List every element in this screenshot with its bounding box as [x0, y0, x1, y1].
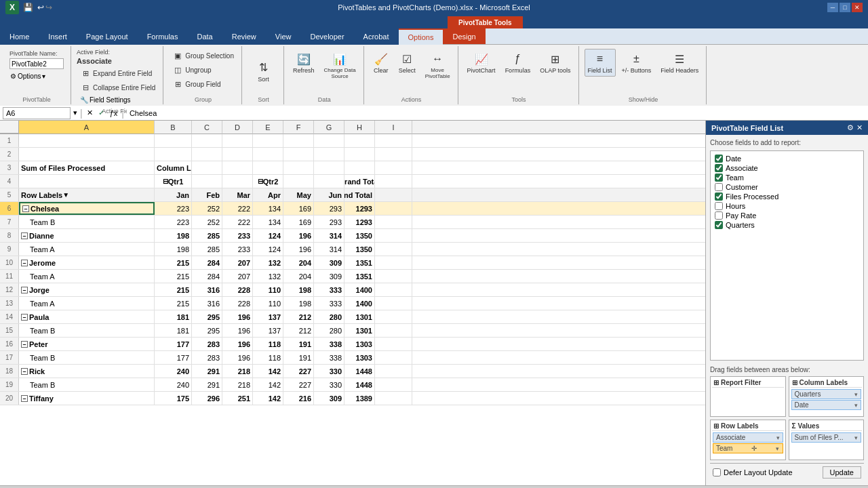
field-item-payrate[interactable]: Pay Rate: [713, 211, 861, 220]
cell-h7[interactable]: 1293: [344, 216, 375, 228]
cell-c12[interactable]: 316: [192, 283, 222, 296]
cell-a9[interactable]: Team A: [19, 243, 155, 256]
cell-i14[interactable]: [375, 310, 412, 323]
cell-h17[interactable]: 1303: [344, 351, 375, 364]
cell-b9[interactable]: 198: [155, 243, 192, 256]
cell-d8[interactable]: 233: [222, 229, 253, 242]
name-box[interactable]: [3, 107, 71, 119]
col-header-i[interactable]: I: [375, 121, 412, 134]
cell-a10[interactable]: –Jerome: [19, 256, 155, 269]
cell-f15[interactable]: 212: [283, 324, 314, 337]
cell-f14[interactable]: 212: [283, 310, 314, 323]
cell-i3[interactable]: [375, 161, 412, 174]
cell-f13[interactable]: 198: [283, 297, 314, 310]
field-checkbox-files[interactable]: [715, 192, 723, 201]
cell-a12[interactable]: –Jorge: [19, 283, 155, 296]
minimize-btn[interactable]: ─: [827, 3, 838, 12]
cell-a17[interactable]: Team B: [19, 351, 155, 364]
cell-a11[interactable]: Team A: [19, 270, 155, 283]
cell-h4[interactable]: Grand Total: [344, 175, 375, 188]
cell-g13[interactable]: 333: [314, 297, 344, 310]
cell-d3[interactable]: [222, 161, 253, 174]
cell-c16[interactable]: 283: [192, 338, 222, 350]
confirm-input-icon[interactable]: ✓: [98, 108, 104, 117]
cell-i13[interactable]: [375, 297, 412, 310]
olap-tools-btn[interactable]: ⊞ OLAP tools: [536, 49, 574, 77]
cell-g9[interactable]: 314: [314, 243, 344, 256]
cell-a18[interactable]: –Rick: [19, 365, 155, 378]
cell-i4[interactable]: [375, 175, 412, 188]
cell-g17[interactable]: 338: [314, 351, 344, 364]
field-item-customer[interactable]: Customer: [713, 182, 861, 192]
cell-b1[interactable]: [155, 134, 192, 147]
cell-e12[interactable]: 110: [253, 283, 283, 296]
cell-g2[interactable]: [314, 148, 344, 161]
cell-a15[interactable]: Team B: [19, 324, 155, 337]
tab-design[interactable]: Design: [443, 28, 485, 45]
cell-e19[interactable]: 142: [253, 378, 283, 391]
cell-b13[interactable]: 215: [155, 297, 192, 310]
change-data-source-btn[interactable]: 📊 Change DataSource: [321, 49, 359, 82]
field-item-hours[interactable]: Hours: [713, 201, 861, 211]
cell-e13[interactable]: 110: [253, 297, 283, 310]
cell-b11[interactable]: 215: [155, 270, 192, 283]
cell-g4[interactable]: [314, 175, 344, 188]
field-checkbox-payrate[interactable]: [715, 211, 723, 220]
cell-b8[interactable]: 198: [155, 229, 192, 242]
tab-developer[interactable]: Developer: [300, 28, 353, 45]
cell-f3[interactable]: [283, 161, 314, 174]
cell-f5[interactable]: May: [283, 188, 314, 201]
cell-d1[interactable]: [222, 134, 253, 147]
cell-i7[interactable]: [375, 216, 412, 228]
cell-d16[interactable]: 196: [222, 338, 253, 350]
cell-d12[interactable]: 228: [222, 283, 253, 296]
cell-h9[interactable]: 1350: [344, 243, 375, 256]
cell-c3[interactable]: [192, 161, 222, 174]
tab-acrobat[interactable]: Acrobat: [354, 28, 399, 45]
column-item-quarters[interactable]: Quarters ▾: [791, 389, 862, 399]
ungroup-btn[interactable]: ◫ Ungroup: [169, 63, 214, 77]
cell-b18[interactable]: 240: [155, 365, 192, 378]
cell-g19[interactable]: 330: [314, 378, 344, 391]
cell-a13[interactable]: Team A: [19, 297, 155, 310]
cell-f2[interactable]: [283, 148, 314, 161]
cell-a1[interactable]: [19, 134, 155, 147]
cell-b14[interactable]: 181: [155, 310, 192, 323]
cell-i8[interactable]: [375, 229, 412, 242]
cell-h14[interactable]: 1301: [344, 310, 375, 323]
column-item-date[interactable]: Date ▾: [791, 400, 862, 410]
field-item-date[interactable]: Date: [713, 154, 861, 163]
cell-i16[interactable]: [375, 338, 412, 350]
tab-view[interactable]: View: [266, 28, 301, 45]
sort-btn[interactable]: ⇅ Sort: [252, 58, 275, 85]
close-btn[interactable]: ✕: [852, 3, 863, 12]
cell-d19[interactable]: 218: [222, 378, 253, 391]
cell-d15[interactable]: 196: [222, 324, 253, 337]
cell-a7[interactable]: Team B: [19, 216, 155, 228]
cell-c10[interactable]: 284: [192, 256, 222, 269]
cell-b6[interactable]: 223: [155, 202, 192, 215]
cell-e11[interactable]: 132: [253, 270, 283, 283]
cell-g16[interactable]: 338: [314, 338, 344, 350]
cell-c15[interactable]: 295: [192, 324, 222, 337]
collapse-paula-icon[interactable]: –: [21, 314, 28, 321]
cell-d7[interactable]: 222: [222, 216, 253, 228]
expand-entire-field-btn[interactable]: ⊞ Expand Entire Field: [77, 66, 159, 80]
cell-e20[interactable]: 142: [253, 392, 283, 405]
field-checkbox-quarters[interactable]: [715, 221, 723, 229]
cell-f9[interactable]: 196: [283, 243, 314, 256]
select-btn[interactable]: ☑ Select: [395, 49, 419, 77]
defer-checkbox[interactable]: [713, 468, 721, 476]
collapse-entire-field-btn[interactable]: ⊟ Collapse Entire Field: [77, 81, 159, 94]
cell-c14[interactable]: 295: [192, 310, 222, 323]
cell-i2[interactable]: [375, 148, 412, 161]
col-header-e[interactable]: E: [253, 121, 283, 134]
cell-g20[interactable]: 309: [314, 392, 344, 405]
field-checkbox-team[interactable]: [715, 174, 723, 182]
cell-a5[interactable]: Row Labels ▼: [19, 188, 155, 201]
cell-e1[interactable]: [253, 134, 283, 147]
field-item-team[interactable]: Team: [713, 173, 861, 182]
tab-data[interactable]: Data: [187, 28, 222, 45]
col-header-g[interactable]: G: [314, 121, 344, 134]
cell-i6[interactable]: [375, 202, 412, 215]
